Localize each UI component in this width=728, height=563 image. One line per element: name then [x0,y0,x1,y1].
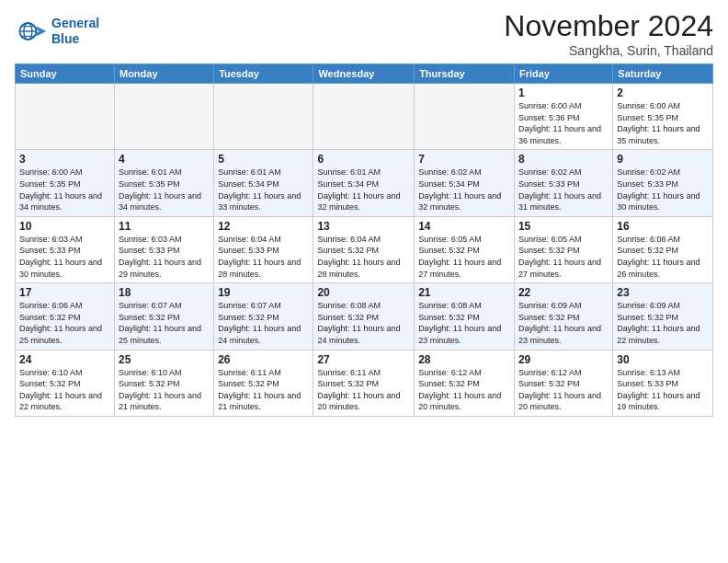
day-number: 11 [119,220,210,233]
location: Sangkha, Surin, Thailand [504,43,713,58]
day-number: 5 [218,153,309,166]
day-info: Sunrise: 6:09 AM Sunset: 5:32 PM Dayligh… [617,300,709,346]
day-info: Sunrise: 6:08 AM Sunset: 5:32 PM Dayligh… [317,300,410,346]
day-info: Sunrise: 6:12 AM Sunset: 5:32 PM Dayligh… [418,367,510,413]
week-row-3: 10Sunrise: 6:03 AM Sunset: 5:33 PM Dayli… [16,216,713,282]
calendar-cell: 14Sunrise: 6:05 AM Sunset: 5:32 PM Dayli… [415,216,515,282]
day-info: Sunrise: 6:00 AM Sunset: 5:35 PM Dayligh… [19,167,110,213]
day-number: 28 [418,353,510,366]
calendar-cell: 7Sunrise: 6:02 AM Sunset: 5:34 PM Daylig… [415,150,515,216]
day-info: Sunrise: 6:03 AM Sunset: 5:33 PM Dayligh… [119,234,210,280]
weekday-friday: Friday [514,64,612,84]
calendar-cell: 24Sunrise: 6:10 AM Sunset: 5:32 PM Dayli… [16,350,115,416]
calendar-cell: 23Sunrise: 6:09 AM Sunset: 5:32 PM Dayli… [613,283,713,350]
day-info: Sunrise: 6:01 AM Sunset: 5:34 PM Dayligh… [218,167,309,213]
day-number: 23 [617,286,709,299]
day-info: Sunrise: 6:02 AM Sunset: 5:33 PM Dayligh… [617,167,709,213]
day-info: Sunrise: 6:10 AM Sunset: 5:32 PM Dayligh… [19,367,110,413]
calendar-cell: 30Sunrise: 6:13 AM Sunset: 5:33 PM Dayli… [613,350,713,416]
header: General Blue November 2024 Sangkha, Suri… [15,9,713,58]
week-row-4: 17Sunrise: 6:06 AM Sunset: 5:32 PM Dayli… [16,283,713,350]
day-info: Sunrise: 6:00 AM Sunset: 5:36 PM Dayligh… [518,100,609,146]
day-number: 17 [19,286,110,299]
day-info: Sunrise: 6:13 AM Sunset: 5:33 PM Dayligh… [617,367,709,413]
day-info: Sunrise: 6:01 AM Sunset: 5:35 PM Dayligh… [119,167,210,213]
day-number: 27 [317,353,410,366]
day-info: Sunrise: 6:11 AM Sunset: 5:32 PM Dayligh… [218,367,309,413]
day-info: Sunrise: 6:05 AM Sunset: 5:32 PM Dayligh… [418,234,510,280]
day-number: 13 [317,220,410,233]
day-number: 16 [617,220,709,233]
day-number: 20 [317,286,410,299]
calendar-cell [415,84,515,150]
day-number: 4 [119,153,210,166]
day-number: 19 [218,286,309,299]
logo-blue: Blue [51,31,79,46]
logo: General Blue [15,15,99,48]
calendar-cell: 22Sunrise: 6:09 AM Sunset: 5:32 PM Dayli… [514,283,612,350]
day-number: 29 [518,353,609,366]
week-row-1: 1Sunrise: 6:00 AM Sunset: 5:36 PM Daylig… [16,84,713,150]
day-info: Sunrise: 6:03 AM Sunset: 5:33 PM Dayligh… [19,234,110,280]
calendar-cell: 17Sunrise: 6:06 AM Sunset: 5:32 PM Dayli… [16,283,115,350]
week-row-5: 24Sunrise: 6:10 AM Sunset: 5:32 PM Dayli… [16,350,713,416]
day-number: 22 [518,286,609,299]
calendar-cell: 25Sunrise: 6:10 AM Sunset: 5:32 PM Dayli… [114,350,213,416]
day-number: 18 [119,286,210,299]
calendar-cell: 3Sunrise: 6:00 AM Sunset: 5:35 PM Daylig… [16,150,115,216]
day-number: 9 [617,153,709,166]
day-number: 1 [518,86,609,99]
day-number: 8 [518,153,609,166]
calendar-cell: 11Sunrise: 6:03 AM Sunset: 5:33 PM Dayli… [114,216,213,282]
day-info: Sunrise: 6:06 AM Sunset: 5:32 PM Dayligh… [617,234,709,280]
day-info: Sunrise: 6:02 AM Sunset: 5:33 PM Dayligh… [518,167,609,213]
day-number: 2 [617,86,709,99]
weekday-thursday: Thursday [415,64,515,84]
day-number: 24 [19,353,110,366]
day-info: Sunrise: 6:06 AM Sunset: 5:32 PM Dayligh… [19,300,110,346]
calendar-cell: 18Sunrise: 6:07 AM Sunset: 5:32 PM Dayli… [114,283,213,350]
calendar-cell: 21Sunrise: 6:08 AM Sunset: 5:32 PM Dayli… [415,283,515,350]
day-info: Sunrise: 6:09 AM Sunset: 5:32 PM Dayligh… [518,300,609,346]
calendar-cell: 9Sunrise: 6:02 AM Sunset: 5:33 PM Daylig… [613,150,713,216]
day-number: 14 [418,220,510,233]
calendar-cell: 19Sunrise: 6:07 AM Sunset: 5:32 PM Dayli… [214,283,313,350]
calendar-cell [114,84,213,150]
weekday-tuesday: Tuesday [214,64,313,84]
calendar-cell [214,84,313,150]
calendar-cell: 26Sunrise: 6:11 AM Sunset: 5:32 PM Dayli… [214,350,313,416]
day-info: Sunrise: 6:04 AM Sunset: 5:32 PM Dayligh… [317,234,410,280]
calendar-table: SundayMondayTuesdayWednesdayThursdayFrid… [15,63,713,417]
logo-general: General [51,16,99,30]
calendar-cell: 20Sunrise: 6:08 AM Sunset: 5:32 PM Dayli… [313,283,415,350]
day-info: Sunrise: 6:10 AM Sunset: 5:32 PM Dayligh… [119,367,210,413]
calendar-cell: 28Sunrise: 6:12 AM Sunset: 5:32 PM Dayli… [415,350,515,416]
calendar-cell: 16Sunrise: 6:06 AM Sunset: 5:32 PM Dayli… [613,216,713,282]
weekday-sunday: Sunday [16,64,115,84]
calendar-cell: 27Sunrise: 6:11 AM Sunset: 5:32 PM Dayli… [313,350,415,416]
day-info: Sunrise: 6:07 AM Sunset: 5:32 PM Dayligh… [218,300,309,346]
day-info: Sunrise: 6:02 AM Sunset: 5:34 PM Dayligh… [418,167,510,213]
weekday-monday: Monday [114,64,213,84]
calendar-cell [16,84,115,150]
day-info: Sunrise: 6:12 AM Sunset: 5:32 PM Dayligh… [518,367,609,413]
day-info: Sunrise: 6:01 AM Sunset: 5:34 PM Dayligh… [317,167,410,213]
calendar-cell: 5Sunrise: 6:01 AM Sunset: 5:34 PM Daylig… [214,150,313,216]
calendar-cell: 13Sunrise: 6:04 AM Sunset: 5:32 PM Dayli… [313,216,415,282]
day-info: Sunrise: 6:00 AM Sunset: 5:35 PM Dayligh… [617,100,709,146]
day-info: Sunrise: 6:11 AM Sunset: 5:32 PM Dayligh… [317,367,410,413]
calendar-cell: 29Sunrise: 6:12 AM Sunset: 5:32 PM Dayli… [514,350,612,416]
calendar-cell: 8Sunrise: 6:02 AM Sunset: 5:33 PM Daylig… [514,150,612,216]
week-row-2: 3Sunrise: 6:00 AM Sunset: 5:35 PM Daylig… [16,150,713,216]
day-number: 3 [19,153,110,166]
weekday-header-row: SundayMondayTuesdayWednesdayThursdayFrid… [16,64,713,84]
day-info: Sunrise: 6:05 AM Sunset: 5:32 PM Dayligh… [518,234,609,280]
calendar-cell: 12Sunrise: 6:04 AM Sunset: 5:33 PM Dayli… [214,216,313,282]
day-number: 12 [218,220,309,233]
calendar-cell: 2Sunrise: 6:00 AM Sunset: 5:35 PM Daylig… [613,84,713,150]
day-number: 21 [418,286,510,299]
title-block: November 2024 Sangkha, Surin, Thailand [504,9,713,58]
calendar-cell: 15Sunrise: 6:05 AM Sunset: 5:32 PM Dayli… [514,216,612,282]
weekday-wednesday: Wednesday [313,64,415,84]
day-number: 25 [119,353,210,366]
